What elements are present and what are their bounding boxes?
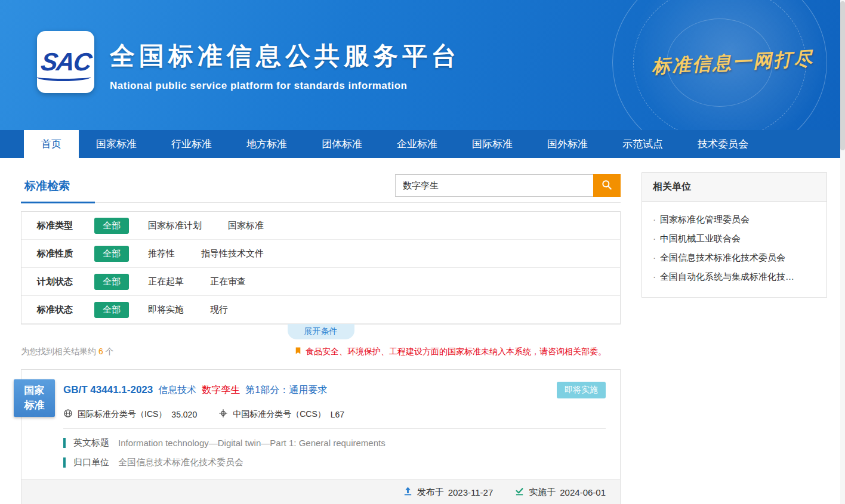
related-units-title: 相关单位 [642, 173, 827, 202]
badge-line: 国家 [14, 384, 55, 398]
standard-title-highlight: 数字孪生 [202, 384, 240, 397]
notice-text: 食品安全、环境保护、工程建设方面的国家标准未纳入本系统，请咨询相关部委。 [306, 347, 606, 357]
nav-item-group-standards[interactable]: 团体标准 [304, 130, 380, 158]
ccs-meta: 中国标准分类号（CCS） L67 [218, 409, 344, 420]
sac-logo: SAC [37, 31, 94, 93]
publish-date: 2023-11-27 [448, 487, 494, 497]
standard-code: GB/T 43441.1-2023 [63, 384, 153, 396]
scrollbar-thumb[interactable] [840, 1, 845, 150]
english-title-row: 英文标题 Information technology—Digital twin… [21, 429, 620, 449]
nav-item-technical-committee[interactable]: 技术委员会 [680, 130, 766, 158]
english-title-label: 英文标题 [73, 437, 109, 449]
ccs-value: L67 [331, 410, 344, 419]
filter-option[interactable]: 指导性技术文件 [201, 248, 264, 259]
status-badge: 即将实施 [557, 382, 606, 398]
implement-date-item: 实施于 2024-06-01 [514, 486, 606, 498]
system-notice: 食品安全、环境保护、工程建设方面的国家标准未纳入本系统，请咨询相关部委。 [294, 346, 606, 357]
main-content: 标准检索 标准类型 全部 国家标准计划 国家标准 标准性质 全部 推荐性 [0, 158, 845, 504]
ccs-label: 中国标准分类号（CCS） [233, 409, 326, 420]
check-icon [514, 486, 525, 498]
filter-label: 标准状态 [37, 304, 94, 316]
card-footer: 发布于 2023-11-27 实施于 2024-06-01 [21, 479, 620, 504]
site-subtitle: National public service platform for sta… [110, 80, 461, 92]
related-unit-link[interactable]: 国家标准化管理委员会 [653, 206, 816, 225]
implement-label: 实施于 [529, 487, 556, 498]
filter-option[interactable]: 国家标准计划 [148, 220, 202, 231]
filter-option[interactable]: 即将实施 [148, 304, 184, 316]
filter-label: 标准性质 [37, 248, 94, 259]
nav-item-local-standards[interactable]: 地方标准 [229, 130, 304, 158]
upload-arrow-icon [403, 486, 413, 498]
site-title-block: 全国标准信息公共服务平台 National public service pla… [110, 39, 461, 92]
filter-all-button[interactable]: 全部 [94, 246, 129, 262]
english-title-value: Information technology—Digital twin—Part… [118, 438, 386, 448]
nav-item-home[interactable]: 首页 [24, 130, 79, 158]
standard-title-part: 信息技术 [158, 384, 196, 397]
filter-option[interactable]: 正在起草 [148, 276, 184, 287]
result-info-row: 为您找到相关结果约6个 食品安全、环境保护、工程建设方面的国家标准未纳入本系统，… [21, 346, 621, 357]
filter-option[interactable]: 现行 [210, 304, 228, 316]
standard-result-card: 国家 标准 GB/T 43441.1-2023 信息技术 数字孪生 第1部分：通… [21, 369, 621, 504]
search-section: 标准检索 [21, 172, 621, 203]
filter-label: 计划状态 [37, 276, 94, 287]
filter-all-button[interactable]: 全部 [94, 274, 129, 290]
expand-conditions-button[interactable]: 展开条件 [288, 324, 354, 339]
publish-label: 发布于 [417, 487, 444, 498]
filter-all-button[interactable]: 全部 [94, 218, 129, 234]
filter-label: 标准类型 [37, 220, 94, 231]
result-count: 为您找到相关结果约6个 [21, 347, 114, 357]
sac-logo-text: SAC [39, 48, 92, 76]
nav-item-pilot[interactable]: 示范试点 [605, 130, 680, 158]
filter-row-standard-type: 标准类型 全部 国家标准计划 国家标准 [21, 212, 620, 240]
main-nav: 首页 国家标准 行业标准 地方标准 团体标准 企业标准 国际标准 国外标准 示范… [0, 130, 845, 158]
dept-row: 归口单位 全国信息技术标准化技术委员会 [21, 449, 620, 468]
filter-row-standard-status: 标准状态 全部 即将实施 现行 [21, 296, 620, 324]
publish-date-item: 发布于 2023-11-27 [403, 486, 494, 498]
ics-label: 国际标准分类号（ICS） [78, 409, 166, 420]
card-meta-row: 国际标准分类号（ICS） 35.020 中国标准分类号（CCS） L67 [21, 398, 620, 428]
standard-title-link[interactable]: GB/T 43441.1-2023 信息技术 数字孪生 第1部分：通用要求 [63, 384, 327, 397]
filter-panel: 标准类型 全部 国家标准计划 国家标准 标准性质 全部 推荐性 指导性技术文件 … [21, 211, 621, 324]
dept-value: 全国信息技术标准化技术委员会 [118, 457, 243, 468]
nav-item-industry-standards[interactable]: 行业标准 [154, 130, 229, 158]
search-box [395, 174, 621, 197]
page-title: 标准检索 [21, 172, 95, 203]
left-column: 标准检索 标准类型 全部 国家标准计划 国家标准 标准性质 全部 推荐性 [21, 172, 621, 504]
site-header: SAC 全国标准信息公共服务平台 National public service… [0, 0, 845, 130]
related-units-panel: 相关单位 国家标准化管理委员会 中国机械工业联合会 全国信息技术标准化技术委员会… [642, 172, 827, 298]
site-title: 全国标准信息公共服务平台 [110, 39, 461, 73]
field-accent-bar [63, 438, 66, 448]
search-input[interactable] [395, 174, 593, 197]
filter-option[interactable]: 正在审查 [210, 276, 246, 287]
globe-icon [63, 409, 73, 420]
nav-item-foreign-standards[interactable]: 国外标准 [530, 130, 605, 158]
related-unit-link[interactable]: 全国信息技术标准化技术委员会 [653, 245, 816, 264]
standard-title-part: 第1部分：通用要求 [245, 384, 327, 397]
badge-line: 标准 [14, 398, 55, 413]
filter-option[interactable]: 国家标准 [228, 220, 264, 231]
ics-value: 35.020 [171, 410, 197, 419]
nav-item-national-standards[interactable]: 国家标准 [79, 130, 154, 158]
filter-row-standard-nature: 标准性质 全部 推荐性 指导性技术文件 [21, 240, 620, 268]
nav-item-international-standards[interactable]: 国际标准 [455, 130, 530, 158]
national-standard-badge: 国家 标准 [14, 379, 55, 417]
scrollbar[interactable] [840, 0, 845, 504]
nav-item-enterprise-standards[interactable]: 企业标准 [380, 130, 455, 158]
result-count-number: 6 [98, 347, 103, 356]
dept-label: 归口单位 [73, 457, 109, 468]
filter-all-button[interactable]: 全部 [94, 302, 129, 318]
implement-date: 2024-06-01 [560, 487, 606, 497]
related-units-list: 国家标准化管理委员会 中国机械工业联合会 全国信息技术标准化技术委员会 全国自动… [642, 202, 827, 297]
related-unit-link[interactable]: 全国自动化系统与集成标准化技… [653, 264, 816, 283]
filter-option[interactable]: 推荐性 [148, 248, 175, 259]
related-unit-link[interactable]: 中国机械工业联合会 [653, 225, 816, 245]
search-button[interactable] [593, 174, 621, 197]
bookmark-icon [294, 346, 302, 357]
card-header: GB/T 43441.1-2023 信息技术 数字孪生 第1部分：通用要求 即将… [21, 370, 620, 398]
ics-meta: 国际标准分类号（ICS） 35.020 [63, 409, 197, 420]
field-accent-bar [63, 457, 66, 468]
nav-inner: 首页 国家标准 行业标准 地方标准 团体标准 企业标准 国际标准 国外标准 示范… [0, 130, 845, 158]
compass-icon [218, 409, 228, 420]
magnifier-icon [601, 179, 613, 193]
filter-row-plan-status: 计划状态 全部 正在起草 正在审查 [21, 268, 620, 296]
